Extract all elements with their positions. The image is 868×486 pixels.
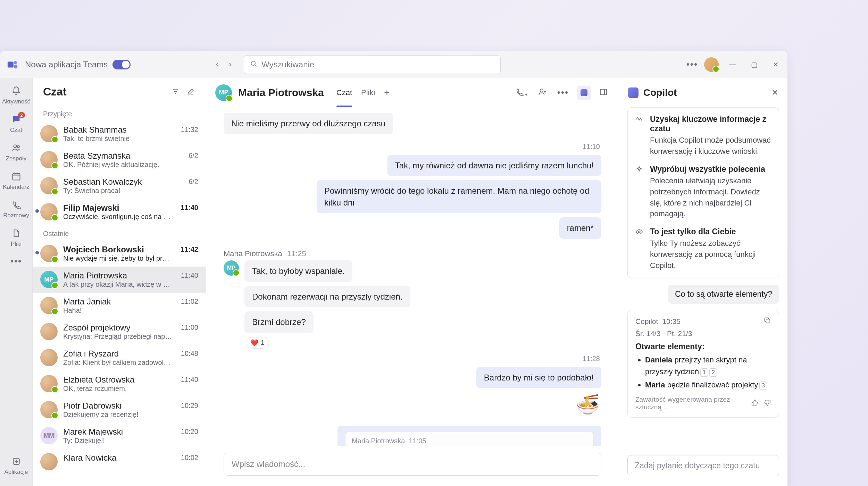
chat-unread-badge: 2 (18, 112, 25, 118)
message-in[interactable]: Nie mieliśmy przerwy od dłuższego czasu (224, 113, 393, 134)
rail-chat[interactable]: 2 Czat (0, 110, 33, 137)
message-in[interactable]: Tak, to byłoby wspaniale. (244, 260, 352, 282)
timestamp: 11:10 (583, 143, 600, 151)
copilot-suggestion-chip[interactable]: Co to są otwarte elementy? (668, 285, 779, 304)
avatar (40, 125, 58, 142)
rail-calendar[interactable]: Kalendarz (0, 167, 33, 194)
chat-scroll-area[interactable]: Nie mieliśmy przerwy od dłuższego czasu … (206, 107, 619, 446)
copilot-toggle-button[interactable] (577, 86, 591, 100)
nav-forward-button[interactable] (224, 58, 237, 71)
reference-pill[interactable]: 3 (759, 382, 767, 390)
avatar (40, 401, 58, 418)
chat-more-button[interactable]: ••• (555, 85, 571, 100)
search-input[interactable]: Wyszukiwanie (244, 55, 501, 74)
reaction-pill[interactable]: ❤️1 (246, 337, 269, 349)
avatar (40, 375, 58, 392)
chat-row[interactable]: Babak ShammasTak, to brzmi świetnie 11:3… (33, 121, 206, 147)
chat-row[interactable]: Marta JaniakHaha! 11:02 (33, 293, 206, 319)
svg-rect-6 (12, 174, 20, 180)
message-out[interactable]: Tak, my również od dawna nie jedliśmy ra… (387, 155, 601, 176)
chat-row[interactable]: Wojciech BorkowskiNie wydaje mi się, żeb… (33, 241, 206, 267)
heart-icon: ❤️ (250, 339, 259, 347)
phone-icon (10, 199, 22, 211)
copilot-input[interactable]: Zadaj pytanie dotyczące tego czatu (627, 455, 779, 476)
avatar (40, 203, 58, 220)
calendar-icon (10, 170, 22, 182)
teams-logo-icon (6, 58, 19, 71)
message-out[interactable]: ramen* (559, 217, 601, 239)
rail-apps[interactable]: Aplikacje (0, 452, 33, 479)
chat-row[interactable]: Klara Nowicka 10:02 (33, 449, 206, 475)
message-in[interactable]: Brzmi dobrze? (244, 311, 314, 333)
new-app-toggle[interactable] (112, 60, 131, 69)
chat-row[interactable]: Zespół projektowyKrystyna: Przegląd prze… (33, 319, 206, 345)
message-out[interactable]: Bardzo by mi się to podobało! (476, 367, 601, 388)
chat-header-avatar[interactable]: MP (215, 84, 232, 101)
new-chat-icon[interactable] (184, 85, 197, 98)
chat-row[interactable]: Sebastian KowalczykTy: Świetna praca! 6/… (33, 173, 206, 199)
tab-files[interactable]: Pliki (361, 78, 375, 107)
people-icon (10, 142, 22, 154)
filter-icon[interactable] (169, 85, 182, 98)
rail-activity[interactable]: Aktywność (0, 82, 33, 109)
message-composer[interactable]: Wpisz wiadomość... (224, 453, 601, 476)
open-panel-button[interactable] (597, 86, 610, 100)
svg-rect-0 (8, 61, 14, 67)
copilot-response-card: Copilot 10:35 Śr. 14/3 - Pt. 21/3 Otwart… (627, 310, 779, 418)
pinned-section-label: Przypięte (33, 105, 206, 121)
copilot-header: Copilot ✕ (619, 78, 787, 107)
avatar (40, 245, 58, 262)
nav-back-button[interactable] (210, 58, 224, 71)
reference-pill[interactable]: 2 (709, 368, 717, 377)
copilot-tips-card: Uzyskaj kluczowe informacje z czatuFunkc… (627, 107, 779, 278)
add-tab-button[interactable]: + (384, 87, 390, 98)
me-avatar[interactable] (704, 57, 719, 72)
rail-files[interactable]: Pliki (0, 224, 33, 251)
svg-point-1 (14, 61, 17, 64)
chat-row[interactable]: Filip MajewskiOczywiście, skonfiguruję c… (33, 199, 206, 225)
copilot-panel: Copilot ✕ Uzyskaj kluczowe informacje z … (619, 78, 787, 486)
copilot-close-button[interactable]: ✕ (771, 88, 778, 98)
copilot-logo-icon (628, 87, 639, 98)
thumbs-up-button[interactable] (751, 399, 759, 408)
add-people-button[interactable] (536, 85, 549, 100)
rail-calls[interactable]: Rozmowy (0, 195, 33, 223)
quoted-reply[interactable]: Maria Piotrowska 11:05 Oto najnowszy dok… (337, 426, 601, 446)
avatar: MP (40, 271, 58, 288)
message-in[interactable]: Dokonam rezerwacji na przyszły tydzień. (244, 286, 410, 308)
list-item: Daniela przejrzy ten skrypt na przyszły … (645, 354, 771, 378)
chat-title: Maria Piotrowska (238, 87, 324, 99)
message-out[interactable]: Powinniśmy wrócić do tego lokalu z ramen… (317, 180, 601, 213)
chat-row[interactable]: Beata SzymańskaOK. Później wyślę aktuali… (33, 147, 206, 173)
copy-icon[interactable] (763, 317, 771, 326)
quote-block: Maria Piotrowska 11:05 Oto najnowszy dok… (345, 432, 594, 446)
svg-rect-9 (600, 89, 607, 95)
rail-more[interactable]: ••• (10, 256, 22, 267)
rail-teams[interactable]: Zespoły (0, 139, 33, 166)
chat-row[interactable]: MM Marek MajewskiTy: Dziękuję!! 10:20 (33, 423, 206, 449)
chat-header: MP Maria Piotrowska Czat Pliki + ▾ ••• (206, 78, 619, 107)
copilot-tip: Uzyskaj kluczowe informacje z czatuFunkc… (635, 115, 771, 157)
svg-point-5 (17, 146, 19, 148)
chat-row[interactable]: Piotr DąbrowskiDziękujemy za recenzję! 1… (33, 397, 206, 423)
settings-more-icon[interactable]: ••• (686, 59, 698, 70)
copilot-open-items-list: Daniela przejrzy ten skrypt na przyszły … (635, 354, 771, 391)
call-button[interactable]: ▾ (513, 86, 529, 100)
chat-row[interactable]: Zofia i RyszardZofia: Klient był całkiem… (33, 345, 206, 371)
tab-chat[interactable]: Czat (336, 78, 352, 107)
titlebar: Nowa aplikacja Teams Wyszukiwanie ••• — … (0, 51, 787, 78)
ramen-emoji[interactable]: 🍜 (576, 393, 600, 416)
chat-row[interactable]: Elżbieta OstrowskaOK, teraz rozumiem. 11… (33, 371, 206, 397)
window-minimize-button[interactable]: — (725, 57, 740, 72)
sparkle-icon (635, 165, 644, 220)
file-icon (10, 227, 22, 239)
bell-icon (10, 85, 22, 97)
chat-list-panel: Czat Przypięte Babak ShammasTak, to brzm… (33, 78, 206, 486)
thumbs-down-button[interactable] (763, 399, 771, 408)
window-close-button[interactable]: ✕ (768, 57, 783, 72)
search-placeholder: Wyszukiwanie (261, 60, 314, 69)
eye-icon (635, 227, 644, 271)
chat-row[interactable]: MP Maria PiotrowskaA tak przy okazji Mar… (33, 267, 206, 293)
reference-pill[interactable]: 1 (700, 368, 708, 377)
window-maximize-button[interactable]: ▢ (746, 57, 762, 72)
